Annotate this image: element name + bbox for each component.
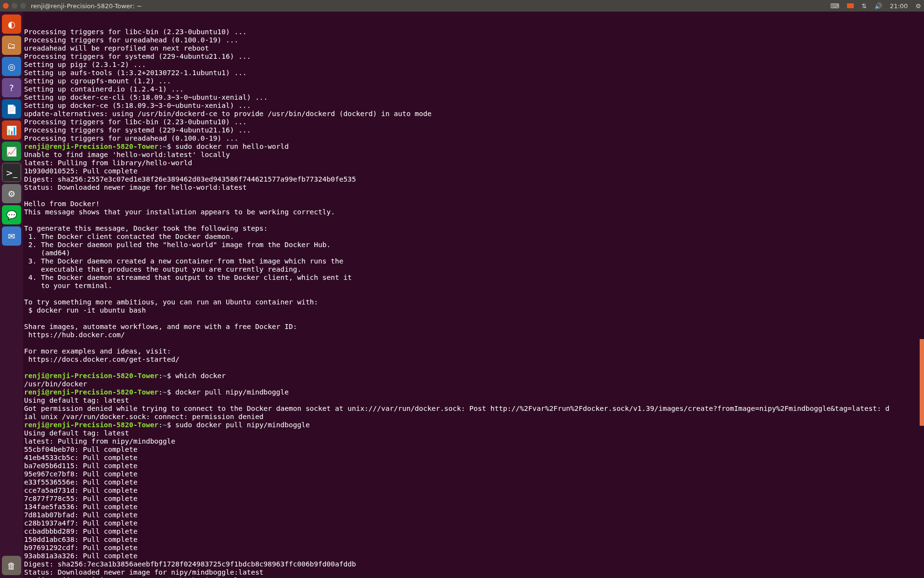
status-indicators: ⌨ ⇅ 🔊 21:00 ⚙ (830, 2, 921, 10)
terminal-output-line: 93ab81a3a326: Pull complete (24, 552, 924, 560)
terminal-output-line: Unable to find image 'hello-world:latest… (24, 151, 924, 159)
terminal-output-line: b97691292cdf: Pull complete (24, 544, 924, 552)
terminal[interactable]: Processing triggers for libc-bin (2.23-0… (23, 12, 924, 578)
window-buttons (3, 3, 26, 9)
terminal-output-line: to your terminal. (24, 282, 924, 290)
launcher-terminal[interactable]: >_ (2, 163, 21, 182)
terminal-output-line (24, 192, 924, 200)
terminal-output-line: 1b930d010525: Pull complete (24, 167, 924, 175)
terminal-output-line: Processing triggers for systemd (229-4ub… (24, 126, 924, 134)
terminal-output-line: Processing triggers for libc-bin (2.23-0… (24, 118, 924, 126)
terminal-output-line: ccbadbbbd289: Pull complete (24, 527, 924, 536)
terminal-output-line: Setting up pigz (2.3.1-2) ... (24, 61, 924, 69)
terminal-output-line: latest: Pulling from library/hello-world (24, 159, 924, 167)
terminal-output-line: 3. The Docker daemon created a new conta… (24, 257, 924, 265)
launcher: ◐🗂◎?📄📊📈>_⚙💬✉🗑 (0, 12, 23, 578)
network-icon[interactable]: ⇅ (861, 2, 867, 10)
launcher-files[interactable]: 🗂 (2, 36, 21, 55)
terminal-output-line: Using default tag: latest (24, 396, 924, 405)
scrollbar-thumb[interactable] (920, 339, 924, 426)
terminal-output-line: To try something more ambitious, you can… (24, 298, 924, 306)
terminal-output-line (24, 339, 924, 347)
terminal-output-line: 4. The Docker daemon streamed that outpu… (24, 274, 924, 282)
terminal-output-line: 7c877f778c55: Pull complete (24, 495, 924, 503)
terminal-output-line: For more examples and ideas, visit: (24, 347, 924, 355)
close-icon[interactable] (3, 3, 9, 9)
launcher-ubuntu-dash[interactable]: ◐ (2, 14, 21, 34)
launcher-writer[interactable]: 📄 (2, 99, 21, 118)
terminal-output-line: Share images, automate workflows, and mo… (24, 323, 924, 331)
launcher-calc[interactable]: 📈 (2, 142, 21, 161)
terminal-command-line: renji@renji-Precision-5820-Tower:~$ sudo… (24, 143, 924, 151)
window-title: renji@renji-Precision-5820-Tower: ~ (31, 2, 142, 10)
terminal-output-line: (amd64) (24, 249, 924, 257)
launcher-mail[interactable]: ✉ (2, 226, 21, 246)
terminal-output-line: Processing triggers for ureadahead (0.10… (24, 36, 924, 44)
terminal-output-line: 7d81ab07bfad: Pull complete (24, 511, 924, 519)
terminal-output-line: Setting up docker-ce (5:18.09.3~3-0~ubun… (24, 102, 924, 110)
terminal-output-line: To generate this message, Docker took th… (24, 224, 924, 233)
terminal-output-line: Setting up aufs-tools (1:3.2+20130722-1.… (24, 69, 924, 77)
launcher-help[interactable]: ? (2, 78, 21, 97)
launcher-chromium[interactable]: ◎ (2, 57, 21, 76)
terminal-output-line: https://docs.docker.com/get-started/ (24, 355, 924, 364)
terminal-output-line (24, 315, 924, 323)
launcher-trash[interactable]: 🗑 (2, 556, 21, 575)
terminal-output-line: ba7e05b6d115: Pull complete (24, 462, 924, 470)
terminal-command-line: renji@renji-Precision-5820-Tower:~$ dock… (24, 388, 924, 396)
terminal-output-line (24, 290, 924, 298)
clock[interactable]: 21:00 (890, 2, 908, 10)
launcher-settings[interactable]: ⚙ (2, 184, 21, 203)
terminal-command-line: renji@renji-Precision-5820-Tower:~$ sudo… (24, 421, 924, 429)
terminal-output-line: Status: Downloaded newer image for hello… (24, 184, 924, 192)
terminal-output-line: 95e967ce7bf8: Pull complete (24, 470, 924, 478)
terminal-output-line: Using default tag: latest (24, 429, 924, 437)
maximize-icon[interactable] (20, 3, 26, 9)
terminal-output-line: e33f5536556e: Pull complete (24, 478, 924, 486)
launcher-impress[interactable]: 📊 (2, 120, 21, 140)
volume-icon[interactable]: 🔊 (874, 2, 882, 10)
keyboard-icon[interactable]: ⌨ (830, 2, 839, 10)
workspace-icon[interactable] (847, 3, 854, 8)
terminal-output-line: Got permission denied while trying to co… (24, 405, 924, 413)
terminal-output-line: cce7a5ad731d: Pull complete (24, 486, 924, 495)
terminal-output-line: This message shows that your installatio… (24, 208, 924, 216)
gear-icon[interactable]: ⚙ (915, 2, 921, 10)
terminal-output-line: 2. The Docker daemon pulled the "hello-w… (24, 241, 924, 249)
terminal-output-line: Status: Downloaded newer image for nipy/… (24, 568, 924, 577)
terminal-output-line: $ docker run -it ubuntu bash (24, 306, 924, 315)
terminal-output-line: /usr/bin/docker (24, 380, 924, 388)
terminal-output-line: Processing triggers for systemd (229-4ub… (24, 53, 924, 61)
terminal-output-line: 1. The Docker client contacted the Docke… (24, 233, 924, 241)
terminal-output-line: c28b1937a4f7: Pull complete (24, 519, 924, 527)
terminal-output-line: Hello from Docker! (24, 200, 924, 208)
terminal-output-line: 134fae5fa536: Pull complete (24, 503, 924, 511)
terminal-command-line: renji@renji-Precision-5820-Tower:~$ whic… (24, 372, 924, 380)
terminal-output-line: 150dd1abc638: Pull complete (24, 536, 924, 544)
terminal-output-line: update-alternatives: using /usr/bin/dock… (24, 110, 924, 118)
terminal-output-line: Processing triggers for ureadahead (0.10… (24, 134, 924, 143)
terminal-output-line: ial unix /var/run/docker.sock: connect: … (24, 413, 924, 421)
terminal-output-line: 55cbf04beb70: Pull complete (24, 446, 924, 454)
terminal-output-line: Setting up cgroupfs-mount (1.2) ... (24, 77, 924, 85)
minimize-icon[interactable] (12, 3, 17, 9)
terminal-output-line: Processing triggers for libc-bin (2.23-0… (24, 28, 924, 36)
terminal-output-line: executable that produces the output you … (24, 265, 924, 274)
terminal-output-line: ureadahead will be reprofiled on next re… (24, 44, 924, 53)
launcher-wechat[interactable]: 💬 (2, 205, 21, 224)
terminal-output-line: Setting up docker-ce-cli (5:18.09.3~3-0~… (24, 93, 924, 102)
menu-bar: renji@renji-Precision-5820-Tower: ~ ⌨ ⇅ … (0, 0, 924, 12)
terminal-output-line: Setting up containerd.io (1.2.4-1) ... (24, 85, 924, 93)
terminal-output-line: Digest: sha256:7ec3a1b3856aeebfbf1728f02… (24, 560, 924, 568)
terminal-output-line: 41eb4533cb5c: Pull complete (24, 454, 924, 462)
terminal-output-line: Digest: sha256:2557e3c07ed1e38f26e389462… (24, 175, 924, 184)
terminal-output-line (24, 364, 924, 372)
terminal-output-line: https://hub.docker.com/ (24, 331, 924, 339)
terminal-output-line: latest: Pulling from nipy/mindboggle (24, 437, 924, 446)
terminal-output-line (24, 216, 924, 224)
